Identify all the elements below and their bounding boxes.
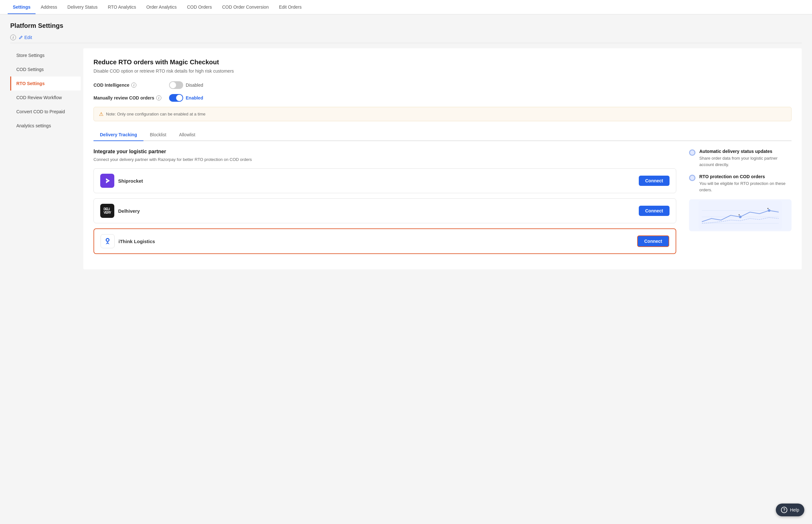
shiprocket-name: Shiprocket [118,178,143,184]
nav-item-address[interactable]: Address [35,0,62,14]
nav-item-cod-orders[interactable]: COD Orders [182,0,217,14]
ithink-name: iThink Logistics [118,239,155,244]
note-box: ⚠ Note: Only one configuration can be en… [94,107,792,121]
manually-review-row: Manually review COD orders i Enabled [94,94,792,102]
info-icon: i [10,35,16,40]
edit-pencil-icon [19,35,23,40]
feature-desc-rto-protection: You will be eligible for RTO protection … [699,180,792,193]
sidebar: Store Settings COD Settings RTO Settings… [10,48,81,269]
nav-item-delivery-status[interactable]: Delivery Status [62,0,103,14]
section-description: Disable COD option or retrieve RTO risk … [94,68,792,73]
shiprocket-logo [100,174,114,188]
main-container: Platform Settings i Edit Store Settings … [0,14,812,277]
tabs-container: Delivery Tracking Blocklist Allowlist [94,129,792,141]
partner-card-shiprocket: Shiprocket Connect [94,168,676,193]
feature-dot-1 [689,149,696,156]
left-column: Integrate your logistic partner Connect … [94,149,676,259]
partner-delhivery-left: DELIVERY Delhivery [100,204,140,218]
edit-label: Edit [24,35,32,40]
cod-intelligence-toggle-container: Disabled [169,81,203,89]
manually-review-label: Manually review COD orders i [94,95,164,100]
right-column: Automatic delivery status updates Share … [689,149,792,259]
tab-delivery-tracking[interactable]: Delivery Tracking [94,129,143,141]
feature-content-2: RTO protection on COD orders You will be… [699,174,792,193]
integrate-title: Integrate your logistic partner [94,149,676,154]
feature-title-rto-protection: RTO protection on COD orders [699,174,792,179]
cod-intelligence-row: COD Intelligence i Disabled [94,81,792,89]
nav-item-settings[interactable]: Settings [8,0,35,14]
delhivery-connect-button[interactable]: Connect [639,206,669,216]
nav-item-edit-orders[interactable]: Edit Orders [274,0,307,14]
nav-item-rto-analytics[interactable]: RTO Analytics [103,0,141,14]
sidebar-item-rto-settings[interactable]: RTO Settings [10,77,81,91]
cod-intelligence-toggle[interactable] [169,81,183,89]
tab-blocklist[interactable]: Blocklist [143,129,173,141]
nav-item-cod-order-conversion[interactable]: COD Order Conversion [217,0,274,14]
note-text: Note: Only one configuration can be enab… [106,112,206,116]
feature-desc-auto-updates: Share order data from your logistic part… [699,155,792,168]
integrate-desc: Connect your delivery partner with Razor… [94,157,676,162]
ithink-logo [100,234,115,248]
sidebar-item-cod-review-workflow[interactable]: COD Review Workflow [10,91,81,104]
top-navigation: Settings Address Delivery Status RTO Ana… [0,0,812,14]
partner-ithink-left: iThink Logistics [100,234,155,248]
delhivery-name: Delhivery [118,208,140,214]
manually-review-toggle[interactable] [169,94,183,102]
content-area: Store Settings COD Settings RTO Settings… [10,48,802,269]
note-warning-icon: ⚠ [99,111,104,117]
sidebar-item-store-settings[interactable]: Store Settings [10,48,81,62]
svg-rect-3 [699,201,782,230]
cod-intelligence-state: Disabled [186,83,203,88]
chart-visualization: ● ● [689,199,792,231]
partner-card-delhivery: DELIVERY Delhivery Connect [94,198,676,223]
page-title: Platform Settings [10,22,802,29]
shiprocket-connect-button[interactable]: Connect [639,176,669,186]
sidebar-item-cod-settings[interactable]: COD Settings [10,62,81,77]
partner-shiprocket-left: Shiprocket [100,174,143,188]
cod-intelligence-info-icon[interactable]: i [131,83,137,88]
feature-title-auto-updates: Automatic delivery status updates [699,149,792,154]
cod-intelligence-label: COD Intelligence i [94,83,164,88]
main-content: Reduce RTO orders with Magic Checkout Di… [83,48,802,269]
ithink-connect-button[interactable]: Connect [637,235,669,247]
svg-text:●: ● [738,213,740,216]
svg-point-2 [107,239,109,241]
svg-marker-0 [106,178,110,183]
nav-item-order-analytics[interactable]: Order Analytics [141,0,182,14]
section-title: Reduce RTO orders with Magic Checkout [94,59,792,66]
feature-dot-2 [689,175,696,181]
sidebar-item-analytics-settings[interactable]: Analytics settings [10,119,81,133]
info-bar: i Edit [10,32,802,43]
manually-review-info-icon[interactable]: i [156,95,161,100]
sidebar-item-convert-cod-prepaid[interactable]: Convert COD to Prepaid [10,104,81,119]
svg-text:●: ● [767,207,769,210]
two-col-layout: Integrate your logistic partner Connect … [94,149,792,259]
partner-card-ithink: iThink Logistics Connect [94,228,676,254]
edit-button[interactable]: Edit [19,35,32,40]
manually-review-state: Enabled [186,95,203,100]
manually-review-toggle-container: Enabled [169,94,203,102]
feature-item-rto-protection: RTO protection on COD orders You will be… [689,174,792,193]
feature-item-auto-updates: Automatic delivery status updates Share … [689,149,792,168]
feature-content-1: Automatic delivery status updates Share … [699,149,792,168]
delhivery-logo: DELIVERY [100,204,114,218]
tab-allowlist[interactable]: Allowlist [173,129,202,141]
